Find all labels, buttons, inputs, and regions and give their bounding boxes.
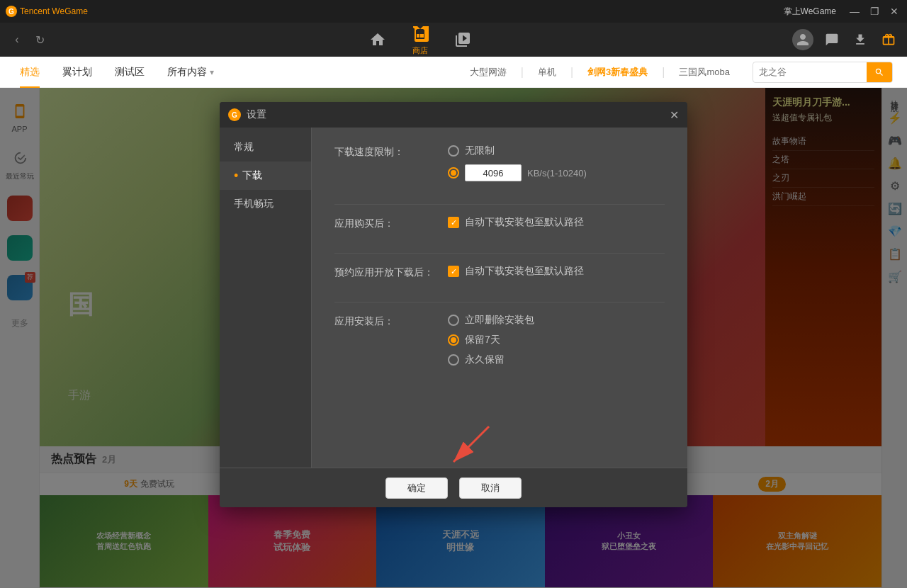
toolbar-nav: ‹ ↻ xyxy=(9,31,48,48)
nav-item-test[interactable]: 测试区 xyxy=(103,57,156,88)
logo-g-icon: G xyxy=(6,6,17,17)
app-logo: G Tencent WeGame xyxy=(6,6,88,17)
nav-div3: | xyxy=(662,66,665,79)
cancel-button[interactable]: 取消 xyxy=(459,477,522,499)
toolbar-center: 商店 xyxy=(60,24,781,56)
toolbar-store-item[interactable]: 商店 xyxy=(410,24,430,56)
divider-2 xyxy=(334,253,665,254)
radio-delete-install[interactable]: 立即删除安装包 xyxy=(448,314,665,327)
nav-link-sanguo[interactable]: 三国风moba xyxy=(667,57,741,88)
toolbar: ‹ ↻ 商店 xyxy=(0,23,907,57)
d-sidebar-general-label: 常规 xyxy=(234,141,254,154)
nav-div1: | xyxy=(521,66,524,79)
radio-custom[interactable]: KB/s(1-10240) xyxy=(448,164,665,181)
radio-unlimited-label: 无限制 xyxy=(465,145,495,157)
search-input[interactable] xyxy=(753,64,867,80)
close-button[interactable]: ✕ xyxy=(887,4,901,18)
checkbox-reserve[interactable]: 自动下载安装包至默认路径 xyxy=(448,265,665,278)
user-avatar[interactable] xyxy=(792,29,813,50)
toolbar-icon-gift[interactable] xyxy=(879,30,898,50)
radio-keep7-circle xyxy=(448,334,459,346)
all-content-arrow: ▾ xyxy=(210,67,214,77)
titlebar-controls: 掌上WeGame — ❐ ✕ xyxy=(784,4,901,18)
purchase-controls: 自动下载安装包至默认路径 xyxy=(448,216,665,229)
speed-radio-group: 无限制 KB/s(1-10240) xyxy=(448,145,665,181)
dialog-overlay: G 设置 ✕ 常规 下载 手机畅玩 xyxy=(0,88,907,588)
checkbox-purchase[interactable]: 自动下载安装包至默认路径 xyxy=(448,216,665,229)
nav-item-all[interactable]: 所有内容 ▾ xyxy=(156,57,225,88)
titlebar-left: G Tencent WeGame xyxy=(6,6,88,17)
svg-rect-0 xyxy=(417,34,419,38)
dialog-close-button[interactable]: ✕ xyxy=(670,108,679,122)
radio-unlimited[interactable]: 无限制 xyxy=(448,145,665,157)
settings-section-reserve: 预约应用开放下载后： 自动下载安装包至默认路径 xyxy=(334,265,665,279)
purchase-label: 应用购买后： xyxy=(334,216,434,230)
d-sidebar-mobile-label: 手机畅玩 xyxy=(234,198,274,210)
nav-link-single[interactable]: 单机 xyxy=(526,57,568,88)
checkbox-reserve-box xyxy=(448,266,459,277)
speed-unit-label: KB/s(1-10240) xyxy=(527,168,587,179)
dialog-sidebar-item-download[interactable]: 下载 xyxy=(220,162,311,190)
dialog-sidebar: 常规 下载 手机畅玩 xyxy=(220,128,312,468)
speed-controls: 无限制 KB/s(1-10240) xyxy=(448,145,665,181)
toolbar-icon-msg[interactable] xyxy=(822,30,842,50)
checkbox-purchase-label: 自动下载安装包至默认路径 xyxy=(465,216,584,229)
minimize-button[interactable]: — xyxy=(847,4,862,18)
dialog-footer: 确定 取消 xyxy=(220,468,687,507)
video-icon xyxy=(453,30,473,50)
settings-row-reserve: 预约应用开放下载后： 自动下载安装包至默认路径 xyxy=(334,265,665,279)
speed-value-input[interactable] xyxy=(465,164,522,181)
dialog-content: 下载速度限制： 无限制 xyxy=(312,128,687,468)
main-nav: 精选 翼计划 测试区 所有内容 ▾ 大型网游 | 单机 | 剑网3新春盛典 | … xyxy=(0,57,907,88)
radio-custom-circle xyxy=(448,167,459,179)
dialog-title-text: 设置 xyxy=(247,108,266,121)
divider-1 xyxy=(334,204,665,205)
refresh-button[interactable]: ↻ xyxy=(31,31,48,48)
dialog-sidebar-item-mobile[interactable]: 手机畅玩 xyxy=(220,190,311,218)
restore-button[interactable]: ❐ xyxy=(867,4,881,18)
nav-div2: | xyxy=(570,66,573,79)
content-area: APP 最近常玩 荐 更多 国 手游 天涯明月 xyxy=(0,88,907,588)
reserve-controls: 自动下载安装包至默认路径 xyxy=(448,265,665,278)
settings-section-purchase: 应用购买后： 自动下载安装包至默认路径 xyxy=(334,216,665,230)
radio-delete-label: 立即删除安装包 xyxy=(465,314,534,327)
speed-row: KB/s(1-10240) xyxy=(465,164,587,181)
toolbar-right xyxy=(792,29,898,50)
toolbar-home-item[interactable] xyxy=(368,30,388,50)
nav-link-mmo[interactable]: 大型网游 xyxy=(458,57,518,88)
radio-keep7[interactable]: 保留7天 xyxy=(448,334,665,346)
nav-link-jianwang[interactable]: 剑网3新春盛典 xyxy=(576,57,659,88)
install-radio-group: 立即删除安装包 保留7天 永久保留 xyxy=(448,314,665,366)
nav-item-wing[interactable]: 翼计划 xyxy=(51,57,103,88)
search-box xyxy=(753,62,893,83)
nav-item-featured[interactable]: 精选 xyxy=(9,57,51,88)
dialog-titlebar: G 设置 ✕ xyxy=(220,102,687,128)
settings-row-install: 应用安装后： 立即删除安装包 保留7天 xyxy=(334,314,665,366)
toolbar-video-item[interactable] xyxy=(453,30,473,50)
radio-keep-forever[interactable]: 永久保留 xyxy=(448,354,665,366)
dialog-sidebar-item-general[interactable]: 常规 xyxy=(220,133,311,162)
confirm-button[interactable]: 确定 xyxy=(385,477,448,499)
radio-unlimited-circle xyxy=(448,145,459,157)
back-button[interactable]: ‹ xyxy=(9,31,26,48)
settings-section-install: 应用安装后： 立即删除安装包 保留7天 xyxy=(334,314,665,366)
radio-keep7-label: 保留7天 xyxy=(465,334,500,346)
store-label: 商店 xyxy=(412,45,428,56)
dialog-logo-icon: G xyxy=(228,108,241,121)
divider-3 xyxy=(334,302,665,303)
search-button[interactable] xyxy=(867,62,892,82)
dialog-title-left: G 设置 xyxy=(228,108,266,121)
titlebar: G Tencent WeGame 掌上WeGame — ❐ ✕ xyxy=(0,0,907,23)
checkbox-purchase-box xyxy=(448,217,459,228)
settings-section-speed: 下载速度限制： 无限制 xyxy=(334,145,665,181)
toolbar-icon-download[interactable] xyxy=(850,30,870,50)
brand-label: 掌上WeGame xyxy=(784,6,836,18)
store-icon xyxy=(410,24,430,44)
radio-forever-label: 永久保留 xyxy=(465,354,505,366)
speed-label: 下载速度限制： xyxy=(334,145,434,159)
radio-forever-circle xyxy=(448,354,459,366)
settings-row-speed: 下载速度限制： 无限制 xyxy=(334,145,665,181)
home-icon xyxy=(368,30,388,50)
app-title: Tencent WeGame xyxy=(20,6,88,16)
d-sidebar-download-label: 下载 xyxy=(242,169,262,182)
